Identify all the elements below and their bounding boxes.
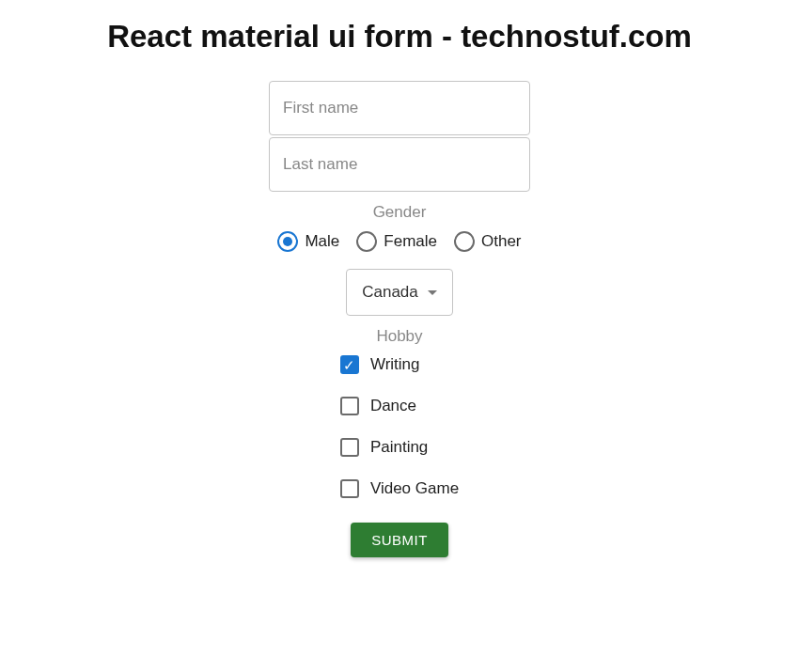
radio-label: Female xyxy=(384,232,437,251)
radio-male[interactable]: Male xyxy=(277,231,339,252)
hobby-checkbox-group: ✓ Writing Dance Painting Video Game xyxy=(340,355,459,498)
checkbox-checked-icon: ✓ xyxy=(340,355,359,374)
radio-other[interactable]: Other xyxy=(454,231,522,252)
page-title: React material ui form - technostuf.com xyxy=(0,19,799,55)
radio-label: Other xyxy=(481,232,522,251)
first-name-input[interactable] xyxy=(269,81,530,135)
radio-label: Male xyxy=(305,232,339,251)
submit-button[interactable]: SUBMIT xyxy=(351,523,448,557)
checkbox-label: Video Game xyxy=(370,479,459,498)
checkbox-unchecked-icon xyxy=(340,479,359,498)
checkbox-dance[interactable]: Dance xyxy=(340,397,459,415)
hobby-label: Hobby xyxy=(376,327,422,346)
chevron-down-icon xyxy=(428,290,437,295)
checkbox-video-game[interactable]: Video Game xyxy=(340,479,459,498)
checkbox-unchecked-icon xyxy=(340,438,359,457)
gender-label: Gender xyxy=(373,203,427,222)
checkbox-label: Dance xyxy=(370,397,416,415)
country-select[interactable]: Canada xyxy=(346,269,453,316)
checkbox-label: Painting xyxy=(370,438,428,457)
radio-selected-icon xyxy=(277,231,298,252)
radio-unselected-icon xyxy=(454,231,475,252)
checkbox-label: Writing xyxy=(370,355,420,374)
gender-radio-group: Male Female Other xyxy=(277,231,521,252)
country-selected-value: Canada xyxy=(362,283,418,302)
checkbox-writing[interactable]: ✓ Writing xyxy=(340,355,459,374)
radio-unselected-icon xyxy=(356,231,377,252)
radio-female[interactable]: Female xyxy=(356,231,437,252)
checkbox-painting[interactable]: Painting xyxy=(340,438,459,457)
checkbox-unchecked-icon xyxy=(340,397,359,415)
last-name-input[interactable] xyxy=(269,137,530,192)
form-container: Gender Male Female Other Canada Hobby ✓ … xyxy=(0,81,799,557)
